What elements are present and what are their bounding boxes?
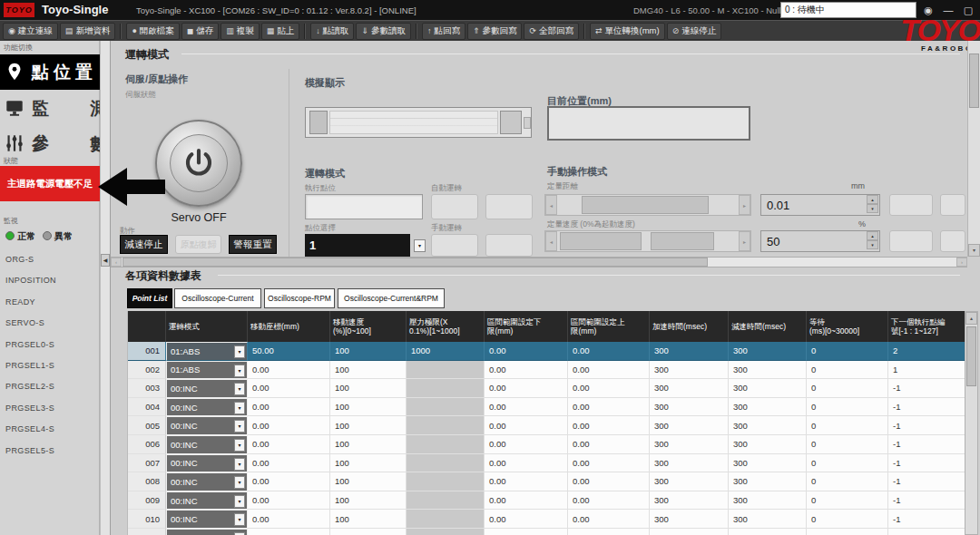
scroll-left-icon[interactable]: ‹ xyxy=(111,258,122,267)
table-cell[interactable]: 0 xyxy=(807,491,888,511)
pressure-cell-disabled[interactable] xyxy=(407,379,485,398)
table-cell[interactable]: 0.00 xyxy=(568,398,650,417)
table-cell[interactable]: 300 xyxy=(650,491,729,511)
table-cell[interactable]: 100 xyxy=(330,398,407,417)
slider-right-arrow-icon[interactable]: ▸ xyxy=(739,195,750,215)
spin-up-icon[interactable]: ▴ xyxy=(867,231,878,240)
table-cell[interactable]: -1 xyxy=(888,379,965,398)
minimize-icon[interactable]: — xyxy=(940,3,956,17)
mode-cell[interactable]: 00:INC▾ xyxy=(166,416,248,435)
table-cell[interactable]: 0.00 xyxy=(485,529,568,535)
table-cell[interactable]: 300 xyxy=(650,529,729,535)
scroll-up-icon[interactable]: ▴ xyxy=(965,312,977,325)
table-cell[interactable]: 300 xyxy=(650,435,729,454)
table-cell[interactable]: 50.00 xyxy=(248,342,330,361)
mode-cell[interactable]: 00:INC▾ xyxy=(166,435,248,454)
table-cell[interactable]: 0.00 xyxy=(248,454,330,473)
table-cell[interactable]: 300 xyxy=(729,398,807,417)
toolbar-button-point-write[interactable]: ↑點回寫 xyxy=(422,23,466,40)
table-cell[interactable]: -1 xyxy=(888,529,965,535)
mode-dropdown-icon[interactable]: ▾ xyxy=(234,420,245,433)
mode-cell[interactable]: 00:INC▾ xyxy=(166,472,248,491)
table-cell[interactable]: 0.00 xyxy=(568,529,650,535)
alarm-reset-button[interactable]: 警報重置 xyxy=(229,235,277,254)
servo-power-button[interactable] xyxy=(155,120,242,207)
table-cell[interactable]: 0.00 xyxy=(485,510,568,529)
mode-cell[interactable]: 00:INC▾ xyxy=(166,454,248,473)
pressure-cell-disabled[interactable] xyxy=(407,361,485,380)
mode-cell[interactable]: 01:ABS▾ xyxy=(166,342,248,361)
table-cell[interactable]: 0 xyxy=(807,398,888,417)
table-cell[interactable]: 300 xyxy=(729,342,807,361)
table-cell[interactable]: 0.00 xyxy=(568,342,650,361)
table-cell[interactable]: 300 xyxy=(729,491,807,511)
mode-dropdown-icon[interactable]: ▾ xyxy=(234,383,245,395)
table-cell[interactable]: 100 xyxy=(330,416,407,435)
table-cell[interactable]: 300 xyxy=(729,454,807,473)
tab-oscilloscope-current[interactable]: Oscilloscope-Current xyxy=(174,288,261,308)
toolbar-button-open-file[interactable]: ●開啟檔案 xyxy=(126,23,179,40)
toolbar-button-param-read[interactable]: ⇓參數讀取 xyxy=(356,23,411,40)
table-cell[interactable]: 0.00 xyxy=(485,435,568,454)
table-scrollbar-thumb[interactable] xyxy=(966,326,976,386)
distance-slider-thumb[interactable] xyxy=(582,196,709,214)
table-cell[interactable]: 300 xyxy=(650,454,729,473)
table-cell[interactable]: 0.00 xyxy=(485,491,568,511)
table-cell[interactable]: 0 xyxy=(807,416,888,435)
sidebar-splitter[interactable] xyxy=(100,41,111,535)
scroll-down-icon[interactable]: ▾ xyxy=(968,244,980,257)
mode-cell[interactable]: 00:INC▾ xyxy=(166,529,248,535)
table-cell[interactable]: 0.00 xyxy=(248,435,330,454)
pressure-cell-disabled[interactable] xyxy=(407,416,485,435)
table-cell[interactable]: 0.00 xyxy=(485,379,568,398)
table-cell[interactable]: 0.00 xyxy=(248,510,330,529)
pressure-cell-disabled[interactable] xyxy=(407,529,485,535)
mode-dropdown-icon[interactable]: ▾ xyxy=(234,495,245,508)
maximize-icon[interactable]: ▢ xyxy=(960,3,976,17)
table-cell[interactable]: 300 xyxy=(729,472,807,491)
scroll-right-icon[interactable]: › xyxy=(956,258,967,267)
table-cell[interactable]: 0 xyxy=(807,342,888,361)
pressure-cell-disabled[interactable] xyxy=(407,435,485,454)
table-cell[interactable]: 300 xyxy=(650,416,729,435)
mode-cell[interactable]: 01:ABS▾ xyxy=(166,361,248,380)
mode-dropdown-icon[interactable]: ▾ xyxy=(234,513,245,526)
table-cell[interactable]: -1 xyxy=(888,454,965,473)
table-cell[interactable]: 0.00 xyxy=(248,398,330,417)
tab-oscilloscope-rpm[interactable]: Oscilloscope-RPM xyxy=(264,288,335,308)
table-cell[interactable]: 300 xyxy=(650,510,729,529)
table-cell[interactable]: 0.00 xyxy=(485,454,568,473)
toolbar-button-copy[interactable]: ▥複製 xyxy=(220,23,260,40)
table-cell[interactable]: 0 xyxy=(807,454,888,473)
table-cell[interactable]: 300 xyxy=(729,510,807,529)
table-cell[interactable]: 0 xyxy=(807,472,888,491)
exec-point-input[interactable] xyxy=(305,194,423,219)
toolbar-button-paste[interactable]: ▦貼上 xyxy=(261,23,300,40)
speed-slider[interactable]: ◂ ▸ xyxy=(544,230,751,252)
table-cell[interactable]: 0.00 xyxy=(568,510,650,529)
table-cell[interactable]: 0.00 xyxy=(248,472,330,491)
system-menu-icon[interactable]: ◉ xyxy=(920,3,936,17)
pressure-cell-disabled[interactable] xyxy=(407,472,485,491)
mode-dropdown-icon[interactable]: ▾ xyxy=(234,476,245,489)
mode-dropdown-icon[interactable]: ▾ xyxy=(234,402,245,414)
table-cell[interactable]: 0.00 xyxy=(485,342,568,361)
table-cell[interactable]: 300 xyxy=(729,529,807,535)
tab-point-list[interactable]: Point List xyxy=(127,288,172,308)
point-select-dropdown-icon[interactable]: ▾ xyxy=(414,239,426,252)
table-cell[interactable]: 1 xyxy=(888,361,965,380)
table-cell[interactable]: 0.00 xyxy=(568,379,650,398)
mode-dropdown-icon[interactable]: ▾ xyxy=(234,345,245,358)
mode-cell[interactable]: 00:INC▾ xyxy=(166,491,248,511)
table-cell[interactable]: 100 xyxy=(330,510,407,529)
table-cell[interactable]: 0.00 xyxy=(568,491,650,511)
mode-cell[interactable]: 00:INC▾ xyxy=(166,398,248,417)
table-cell[interactable]: 100 xyxy=(330,454,407,473)
toolbar-button-write-all[interactable]: ⟳全部回寫 xyxy=(524,23,579,40)
table-cell[interactable]: 0.00 xyxy=(248,361,330,380)
toolbar-button-new-data[interactable]: ▤新增資料 xyxy=(60,23,116,40)
table-cell[interactable]: 0.00 xyxy=(485,361,568,380)
table-cell[interactable]: 0.00 xyxy=(485,398,568,417)
toolbar-button-disconnect[interactable]: ⊘連線停止 xyxy=(667,23,722,40)
pressure-cell-disabled[interactable] xyxy=(407,398,485,417)
